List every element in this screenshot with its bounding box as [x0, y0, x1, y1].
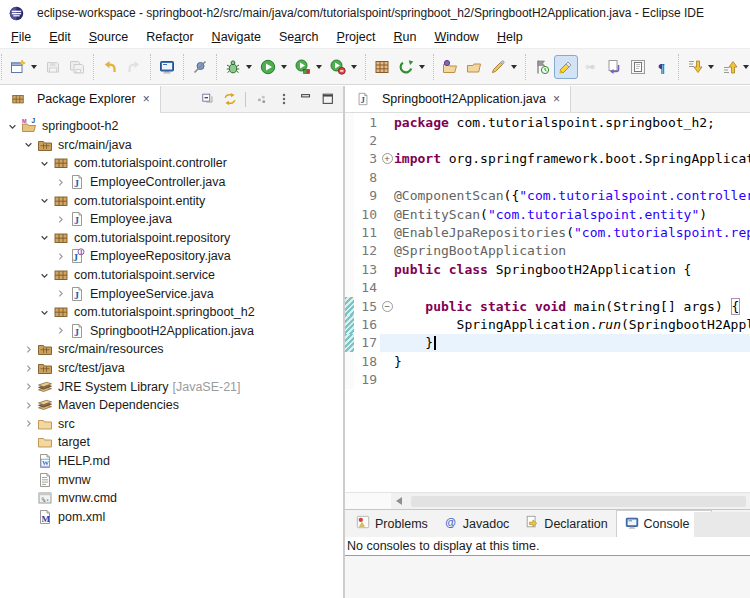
chevron-right-icon[interactable]	[52, 323, 68, 339]
tree-item-employeecontroller-java[interactable]: JEmployeeController.java	[0, 173, 343, 192]
annotate-pen-dropdown-icon[interactable]	[511, 65, 517, 69]
code-line-15[interactable]: 15− public static void main(String[] arg…	[345, 297, 750, 315]
tree-item-maven-dependencies[interactable]: Maven Dependencies	[0, 396, 343, 415]
skip-breakpoints-button[interactable]	[188, 55, 212, 79]
gradle-refresh-dropdown-icon[interactable]	[419, 65, 425, 69]
chevron-down-icon[interactable]	[36, 267, 52, 283]
chevron-down-icon[interactable]	[36, 193, 52, 209]
code-line-1[interactable]: 1package com.tutorialspoint.springboot_h…	[345, 113, 750, 131]
menu-item-window[interactable]: Window	[425, 28, 487, 46]
tree-item-employeeservice-java[interactable]: JEmployeeService.java	[0, 284, 343, 303]
chevron-right-icon[interactable]	[52, 174, 68, 190]
code-line-10[interactable]: 10@EntityScan("com.tutorialspoint.entity…	[345, 205, 750, 223]
tab-problems[interactable]: Problems	[348, 510, 436, 537]
tree-item-jre-system-library[interactable]: JRE System Library[JavaSE-21]	[0, 377, 343, 396]
tree-item-com-tutorialspoint-controller[interactable]: com.tutorialspoint.controller	[0, 154, 343, 173]
code-line-14[interactable]: 14	[345, 279, 750, 297]
tree-item-pom-xml[interactable]: Mpom.xml	[0, 507, 343, 526]
fold-toggle-icon[interactable]: −	[380, 297, 394, 315]
menu-item-project[interactable]: Project	[328, 28, 385, 46]
code-editor[interactable]: 1package com.tutorialspoint.springboot_h…	[345, 113, 750, 492]
view-menu-button[interactable]	[273, 89, 294, 110]
scroll-left-button[interactable]	[391, 497, 407, 505]
next-annotation-button[interactable]	[683, 55, 707, 79]
run-button[interactable]	[256, 55, 280, 79]
show-whitespace-button[interactable]: ¶	[650, 55, 674, 79]
fold-toggle-icon[interactable]: +	[380, 150, 394, 168]
tree-item-mvnw[interactable]: mvnw	[0, 470, 343, 489]
tab-javadoc[interactable]: @Javadoc	[436, 510, 518, 537]
tree-item-employee-java[interactable]: JEmployee.java	[0, 210, 343, 229]
show-selected-element-button[interactable]	[626, 55, 650, 79]
chevron-down-icon[interactable]	[36, 155, 52, 171]
chevron-right-icon[interactable]	[52, 211, 68, 227]
undo-button[interactable]	[98, 55, 122, 79]
new-java-ee-button[interactable]	[370, 55, 394, 79]
tree-item-employeerepository-java[interactable]: JIEmployeeRepository.java	[0, 247, 343, 266]
maximize-button[interactable]	[317, 89, 338, 110]
tree-item-src-main-java[interactable]: src/main/java	[0, 136, 343, 155]
chevron-right-icon[interactable]	[20, 397, 36, 413]
close-icon[interactable]: ×	[552, 92, 561, 106]
chevron-down-icon[interactable]	[36, 230, 52, 246]
coverage-button[interactable]	[291, 55, 315, 79]
profile-dropdown-icon[interactable]	[351, 65, 357, 69]
chevron-right-icon[interactable]	[20, 379, 36, 395]
new-wizard-button[interactable]	[6, 55, 30, 79]
menu-item-help[interactable]: Help	[488, 28, 532, 46]
tree-item-springbooth2application-java[interactable]: JSpringbootH2Application.java	[0, 322, 343, 341]
next-annotation-dropdown-icon[interactable]	[708, 65, 714, 69]
collapse-all-button[interactable]	[197, 89, 218, 110]
tree-item-src-main-resources[interactable]: src/main/resources	[0, 340, 343, 359]
tree-item-mvnw-cmd[interactable]: %›mvnw.cmd	[0, 489, 343, 508]
new-wizard-dropdown-icon[interactable]	[31, 65, 37, 69]
debug-button[interactable]	[221, 55, 245, 79]
code-line-3[interactable]: 3+import org.springframework.boot.Spring…	[345, 150, 750, 168]
mark-occurrences-button[interactable]	[554, 55, 578, 79]
gradle-refresh-button[interactable]	[394, 55, 418, 79]
chevron-down-icon[interactable]	[36, 304, 52, 320]
menu-item-run[interactable]: Run	[384, 28, 425, 46]
tab-editor-file[interactable]: J SpringbootH2Application.java ×	[345, 86, 571, 112]
chevron-down-icon[interactable]	[4, 118, 20, 134]
code-line-19[interactable]: 19	[345, 370, 750, 388]
focus-button[interactable]	[251, 89, 272, 110]
menu-item-refactor[interactable]: Refactor	[137, 28, 202, 46]
previous-annotation-dropdown-icon[interactable]	[743, 65, 749, 69]
tree-item-com-tutorialspoint-service[interactable]: com.tutorialspoint.service	[0, 266, 343, 285]
tree-item-com-tutorialspoint-repository[interactable]: com.tutorialspoint.repository	[0, 229, 343, 248]
chevron-down-icon[interactable]	[20, 137, 36, 153]
code-line-8[interactable]: 8	[345, 168, 750, 186]
tree-item-com-tutorialspoint-entity[interactable]: com.tutorialspoint.entity	[0, 191, 343, 210]
code-line-2[interactable]: 2	[345, 131, 750, 149]
chevron-right-icon[interactable]	[52, 286, 68, 302]
coverage-dropdown-icon[interactable]	[316, 65, 322, 69]
tree-item-src-test-java[interactable]: src/test/java	[0, 359, 343, 378]
previous-annotation-button[interactable]	[718, 55, 742, 79]
code-line-17[interactable]: 17 }	[345, 334, 750, 352]
menu-item-file[interactable]: File	[2, 28, 40, 46]
open-task-button[interactable]	[438, 55, 462, 79]
tree-item-help-md[interactable]: WHELP.md	[0, 452, 343, 471]
open-console-button[interactable]	[155, 55, 179, 79]
scrollbar-thumb[interactable]	[411, 496, 746, 507]
menu-item-source[interactable]: Source	[80, 28, 138, 46]
chevron-right-icon[interactable]	[20, 360, 36, 376]
close-icon[interactable]: ×	[142, 92, 151, 106]
open-folder-button[interactable]	[462, 55, 486, 79]
profile-button[interactable]	[326, 55, 350, 79]
link-with-editor-button[interactable]	[219, 89, 240, 110]
tree-item-src[interactable]: src	[0, 415, 343, 434]
minimize-button[interactable]	[295, 89, 316, 110]
tree-item-com-tutorialspoint-springboot-h2[interactable]: com.tutorialspoint.springboot_h2	[0, 303, 343, 322]
code-line-16[interactable]: 16 SpringApplication.run(SpringbootH2App…	[345, 315, 750, 333]
chevron-right-icon[interactable]	[20, 341, 36, 357]
tab-declaration[interactable]: Declaration	[517, 510, 615, 537]
tree-item-springboot-h2[interactable]: MJspringboot-h2	[0, 117, 343, 136]
search-history-button[interactable]	[530, 55, 554, 79]
run-dropdown-icon[interactable]	[281, 65, 287, 69]
code-line-11[interactable]: 11@EnableJpaRepositories("com.tutorialsp…	[345, 223, 750, 241]
debug-dropdown-icon[interactable]	[246, 65, 252, 69]
menu-item-search[interactable]: Search	[270, 28, 328, 46]
editor-horizontal-scrollbar[interactable]	[345, 492, 750, 509]
